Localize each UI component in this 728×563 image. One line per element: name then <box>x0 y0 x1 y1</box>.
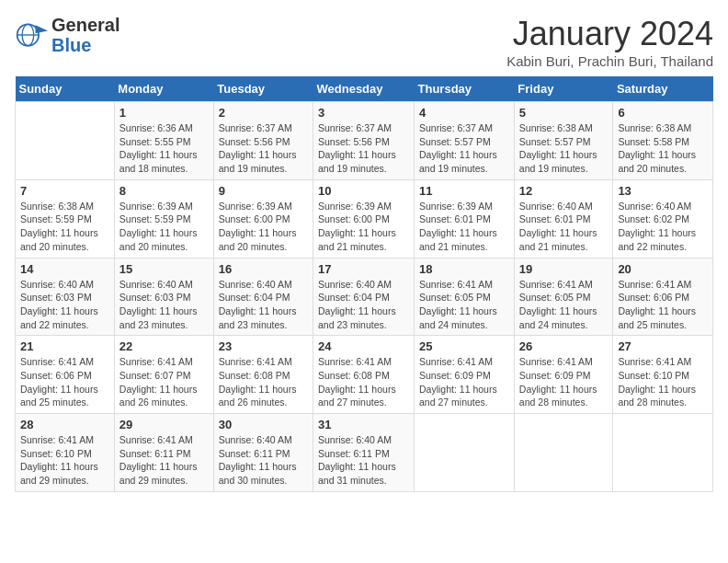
day-number: 4 <box>419 106 509 120</box>
calendar-cell: 17Sunrise: 6:40 AMSunset: 6:04 PMDayligh… <box>313 258 415 336</box>
week-row-2: 7Sunrise: 6:38 AMSunset: 5:59 PMDaylight… <box>16 179 713 258</box>
day-info: Sunrise: 6:40 AMSunset: 6:11 PMDaylight:… <box>219 433 308 488</box>
calendar-cell <box>415 414 515 492</box>
day-number: 22 <box>119 339 209 353</box>
day-info: Sunrise: 6:39 AMSunset: 6:00 PMDaylight:… <box>219 200 308 254</box>
day-number: 16 <box>219 262 308 276</box>
day-info: Sunrise: 6:40 AMSunset: 6:04 PMDaylight:… <box>219 278 308 332</box>
day-number: 19 <box>519 262 609 276</box>
calendar-cell: 4Sunrise: 6:37 AMSunset: 5:57 PMDaylight… <box>415 102 515 180</box>
day-info: Sunrise: 6:38 AMSunset: 5:58 PMDaylight:… <box>618 121 708 176</box>
calendar-cell: 30Sunrise: 6:40 AMSunset: 6:11 PMDayligh… <box>213 414 313 492</box>
day-number: 29 <box>119 418 209 431</box>
day-number: 6 <box>618 106 708 120</box>
day-number: 17 <box>318 262 409 276</box>
day-number: 26 <box>519 339 609 353</box>
day-info: Sunrise: 6:40 AMSunset: 6:04 PMDaylight:… <box>318 278 409 332</box>
calendar-cell: 19Sunrise: 6:41 AMSunset: 6:05 PMDayligh… <box>514 258 613 336</box>
day-number: 21 <box>20 339 109 353</box>
calendar-cell: 21Sunrise: 6:41 AMSunset: 6:06 PMDayligh… <box>16 336 115 414</box>
calendar-subtitle: Kabin Buri, Prachin Buri, Thailand <box>506 53 713 69</box>
day-number: 13 <box>618 184 708 198</box>
week-row-4: 21Sunrise: 6:41 AMSunset: 6:06 PMDayligh… <box>16 336 713 414</box>
day-info: Sunrise: 6:39 AMSunset: 6:00 PMDaylight:… <box>318 200 409 254</box>
day-info: Sunrise: 6:41 AMSunset: 6:08 PMDaylight:… <box>219 355 308 409</box>
day-info: Sunrise: 6:40 AMSunset: 6:03 PMDaylight:… <box>119 278 209 332</box>
title-block: January 2024 Kabin Buri, Prachin Buri, T… <box>506 15 713 69</box>
week-row-1: 1Sunrise: 6:36 AMSunset: 5:55 PMDaylight… <box>16 102 713 180</box>
calendar-cell: 12Sunrise: 6:40 AMSunset: 6:01 PMDayligh… <box>514 179 613 258</box>
calendar-cell: 15Sunrise: 6:40 AMSunset: 6:03 PMDayligh… <box>114 258 213 336</box>
day-number: 31 <box>318 418 409 431</box>
calendar-cell: 13Sunrise: 6:40 AMSunset: 6:02 PMDayligh… <box>613 179 713 258</box>
calendar-cell: 23Sunrise: 6:41 AMSunset: 6:08 PMDayligh… <box>213 336 313 414</box>
day-info: Sunrise: 6:41 AMSunset: 6:10 PMDaylight:… <box>20 433 109 488</box>
calendar-table: SundayMondayTuesdayWednesdayThursdayFrid… <box>15 76 713 492</box>
header-day-friday: Friday <box>514 76 613 102</box>
calendar-cell: 2Sunrise: 6:37 AMSunset: 5:56 PMDaylight… <box>213 102 313 180</box>
calendar-cell: 7Sunrise: 6:38 AMSunset: 5:59 PMDaylight… <box>16 179 115 258</box>
calendar-cell: 24Sunrise: 6:41 AMSunset: 6:08 PMDayligh… <box>313 336 415 414</box>
day-number: 3 <box>318 106 409 120</box>
day-info: Sunrise: 6:40 AMSunset: 6:03 PMDaylight:… <box>20 278 109 332</box>
logo: General Blue <box>15 15 119 55</box>
day-number: 27 <box>618 339 708 353</box>
header-day-saturday: Saturday <box>613 76 713 102</box>
header-day-monday: Monday <box>114 76 213 102</box>
header-row: SundayMondayTuesdayWednesdayThursdayFrid… <box>16 76 713 102</box>
day-number: 25 <box>419 339 509 353</box>
header: General Blue January 2024 Kabin Buri, Pr… <box>15 15 713 69</box>
day-info: Sunrise: 6:41 AMSunset: 6:09 PMDaylight:… <box>519 355 609 409</box>
logo-text: General Blue <box>51 15 119 55</box>
day-info: Sunrise: 6:40 AMSunset: 6:02 PMDaylight:… <box>618 200 708 254</box>
day-info: Sunrise: 6:41 AMSunset: 6:06 PMDaylight:… <box>618 278 708 332</box>
calendar-cell: 31Sunrise: 6:40 AMSunset: 6:11 PMDayligh… <box>313 414 415 492</box>
day-info: Sunrise: 6:41 AMSunset: 6:05 PMDaylight:… <box>419 278 509 332</box>
calendar-cell: 11Sunrise: 6:39 AMSunset: 6:01 PMDayligh… <box>415 179 515 258</box>
day-number: 30 <box>219 418 308 431</box>
calendar-cell: 18Sunrise: 6:41 AMSunset: 6:05 PMDayligh… <box>415 258 515 336</box>
calendar-cell: 20Sunrise: 6:41 AMSunset: 6:06 PMDayligh… <box>613 258 713 336</box>
day-number: 15 <box>119 262 209 276</box>
day-number: 7 <box>20 184 109 198</box>
day-number: 8 <box>119 184 209 198</box>
calendar-cell: 22Sunrise: 6:41 AMSunset: 6:07 PMDayligh… <box>114 336 213 414</box>
header-day-sunday: Sunday <box>16 76 115 102</box>
day-number: 11 <box>419 184 509 198</box>
day-info: Sunrise: 6:37 AMSunset: 5:56 PMDaylight:… <box>318 121 409 176</box>
day-info: Sunrise: 6:41 AMSunset: 6:05 PMDaylight:… <box>519 278 609 332</box>
day-number: 12 <box>519 184 609 198</box>
day-number: 9 <box>219 184 308 198</box>
calendar-cell: 5Sunrise: 6:38 AMSunset: 5:57 PMDaylight… <box>514 102 613 180</box>
day-info: Sunrise: 6:40 AMSunset: 6:11 PMDaylight:… <box>318 433 409 488</box>
logo-icon <box>15 18 48 52</box>
calendar-cell <box>514 414 613 492</box>
header-day-tuesday: Tuesday <box>213 76 313 102</box>
day-number: 23 <box>219 339 308 353</box>
day-number: 1 <box>119 106 209 120</box>
day-number: 2 <box>219 106 308 120</box>
day-info: Sunrise: 6:41 AMSunset: 6:11 PMDaylight:… <box>119 433 209 488</box>
day-info: Sunrise: 6:37 AMSunset: 5:57 PMDaylight:… <box>419 121 509 176</box>
calendar-cell: 25Sunrise: 6:41 AMSunset: 6:09 PMDayligh… <box>415 336 515 414</box>
day-number: 24 <box>318 339 409 353</box>
calendar-cell <box>16 102 115 180</box>
day-info: Sunrise: 6:38 AMSunset: 5:57 PMDaylight:… <box>519 121 609 176</box>
day-info: Sunrise: 6:40 AMSunset: 6:01 PMDaylight:… <box>519 200 609 254</box>
calendar-cell: 10Sunrise: 6:39 AMSunset: 6:00 PMDayligh… <box>313 179 415 258</box>
calendar-title: January 2024 <box>506 15 713 53</box>
calendar-cell: 28Sunrise: 6:41 AMSunset: 6:10 PMDayligh… <box>16 414 115 492</box>
calendar-cell <box>613 414 713 492</box>
day-info: Sunrise: 6:41 AMSunset: 6:10 PMDaylight:… <box>618 355 708 409</box>
calendar-cell: 3Sunrise: 6:37 AMSunset: 5:56 PMDaylight… <box>313 102 415 180</box>
header-day-thursday: Thursday <box>415 76 515 102</box>
day-info: Sunrise: 6:36 AMSunset: 5:55 PMDaylight:… <box>119 121 209 176</box>
calendar-cell: 1Sunrise: 6:36 AMSunset: 5:55 PMDaylight… <box>114 102 213 180</box>
day-number: 14 <box>20 262 109 276</box>
calendar-cell: 9Sunrise: 6:39 AMSunset: 6:00 PMDaylight… <box>213 179 313 258</box>
calendar-cell: 16Sunrise: 6:40 AMSunset: 6:04 PMDayligh… <box>213 258 313 336</box>
week-row-5: 28Sunrise: 6:41 AMSunset: 6:10 PMDayligh… <box>16 414 713 492</box>
day-info: Sunrise: 6:41 AMSunset: 6:07 PMDaylight:… <box>119 355 209 409</box>
calendar-cell: 14Sunrise: 6:40 AMSunset: 6:03 PMDayligh… <box>16 258 115 336</box>
day-info: Sunrise: 6:39 AMSunset: 5:59 PMDaylight:… <box>119 200 209 254</box>
